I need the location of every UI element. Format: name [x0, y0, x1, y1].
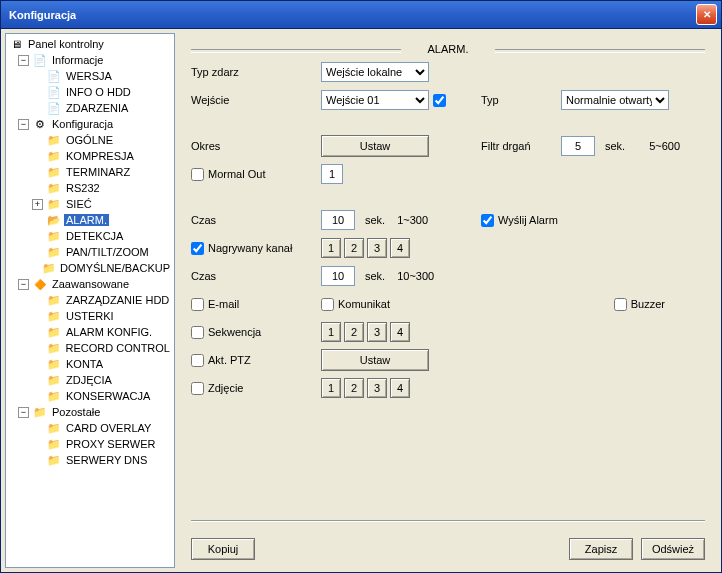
filtr-range: 5~600 — [649, 140, 680, 152]
typ-zdarz-label: Typ zdarz — [191, 66, 321, 78]
zapisz-button[interactable]: Zapisz — [569, 538, 633, 560]
tree-kompresja[interactable]: KOMPRESJA — [8, 148, 172, 164]
monitor-icon — [8, 37, 24, 51]
wejscie-label: Wejście — [191, 94, 321, 106]
mormal-out-checkbox[interactable] — [191, 168, 204, 181]
sekw-ch3-button[interactable]: 3 — [367, 322, 387, 342]
mormal-out-input[interactable] — [321, 164, 343, 184]
toggle-icon[interactable]: + — [32, 199, 43, 210]
window-body: Panel kontrolny − Informacje WERSJA INFO… — [1, 29, 721, 572]
czas1-label: Czas — [191, 214, 321, 226]
zdj-ch1-button[interactable]: 1 — [321, 378, 341, 398]
tree-konta[interactable]: KONTA — [8, 356, 172, 372]
buzzer-check[interactable]: Buzzer — [614, 298, 665, 311]
folder-icon — [46, 133, 62, 147]
sekwencja-checkbox[interactable] — [191, 326, 204, 339]
typ-select[interactable]: Normalnie otwarty — [561, 90, 669, 110]
akt-ptz-checkbox[interactable] — [191, 354, 204, 367]
tree-dns[interactable]: SERWERY DNS — [8, 452, 172, 468]
gear-icon — [32, 117, 48, 131]
nagr-ch1-button[interactable]: 1 — [321, 238, 341, 258]
odswiez-button[interactable]: Odśwież — [641, 538, 705, 560]
email-check[interactable]: E-mail — [191, 298, 321, 311]
folder-icon — [46, 165, 62, 179]
nagr-kanal-check[interactable]: Nagrywany kanał — [191, 242, 321, 255]
zdjecie-checkbox[interactable] — [191, 382, 204, 395]
titlebar: Konfiguracja ✕ — [1, 1, 721, 29]
zdj-ch3-button[interactable]: 3 — [367, 378, 387, 398]
typ-zdarz-select[interactable]: Wejście lokalne — [321, 62, 429, 82]
tree-siec[interactable]: +SIEĆ — [8, 196, 172, 212]
filtr-input[interactable] — [561, 136, 595, 156]
czas2-range: 10~300 — [397, 270, 434, 282]
page-icon — [46, 101, 62, 115]
czas1-unit: sek. — [365, 214, 385, 226]
sekwencja-check[interactable]: Sekwencja — [191, 326, 321, 339]
folder-icon — [46, 229, 62, 243]
wyslij-alarm-check[interactable]: Wyślij Alarm — [481, 214, 561, 227]
nagr-ch3-button[interactable]: 3 — [367, 238, 387, 258]
zdj-ch2-button[interactable]: 2 — [344, 378, 364, 398]
tree-alarm-konfig[interactable]: ALARM KONFIG. — [8, 324, 172, 340]
mormal-out-check[interactable]: Mormal Out — [191, 168, 321, 181]
tree-detekcja[interactable]: DETEKCJA — [8, 228, 172, 244]
toggle-icon[interactable]: − — [18, 279, 29, 290]
kopiuj-button[interactable]: Kopiuj — [191, 538, 255, 560]
close-button[interactable]: ✕ — [696, 4, 717, 25]
typ-label: Typ — [451, 94, 561, 106]
tree-konserwacja[interactable]: KONSERWACJA — [8, 388, 172, 404]
folder-icon — [32, 405, 48, 419]
sekw-ch1-button[interactable]: 1 — [321, 322, 341, 342]
nagr-ch4-button[interactable]: 4 — [390, 238, 410, 258]
tree-ogolne[interactable]: OGÓLNE — [8, 132, 172, 148]
tree-usterki[interactable]: USTERKI — [8, 308, 172, 324]
nagr-ch2-button[interactable]: 2 — [344, 238, 364, 258]
tree-terminarz[interactable]: TERMINARZ — [8, 164, 172, 180]
tree-zdjecia[interactable]: ZDJĘCIA — [8, 372, 172, 388]
komunikat-checkbox[interactable] — [321, 298, 334, 311]
zdjecie-check[interactable]: Zdjęcie — [191, 382, 321, 395]
wejscie-select[interactable]: Wejście 01 — [321, 90, 429, 110]
folder-icon — [46, 341, 62, 355]
tree-card-overlay[interactable]: CARD OVERLAY — [8, 420, 172, 436]
tree-proxy[interactable]: PROXY SERWER — [8, 436, 172, 452]
tree-record-control[interactable]: RECORD CONTROL — [8, 340, 172, 356]
footer-buttons: Kopiuj Zapisz Odśwież — [191, 534, 705, 560]
tree-panel[interactable]: Panel kontrolny − Informacje WERSJA INFO… — [5, 33, 175, 568]
folder-icon — [46, 373, 62, 387]
buzzer-checkbox[interactable] — [614, 298, 627, 311]
sekw-ch4-button[interactable]: 4 — [390, 322, 410, 342]
tree-zarz-hdd[interactable]: ZARZĄDZANIE HDD — [8, 292, 172, 308]
toggle-icon[interactable]: − — [18, 55, 29, 66]
tree-zaawansowane[interactable]: − Zaawansowane — [8, 276, 172, 292]
nagr-kanal-checkbox[interactable] — [191, 242, 204, 255]
tree-wersja[interactable]: WERSJA — [8, 68, 172, 84]
tree-ptz[interactable]: PAN/TILT/ZOOM — [8, 244, 172, 260]
zdj-ch4-button[interactable]: 4 — [390, 378, 410, 398]
tree-informacje[interactable]: − Informacje — [8, 52, 172, 68]
tree-zdarzenia[interactable]: ZDARZENIA — [8, 100, 172, 116]
tree-rs232[interactable]: RS232 — [8, 180, 172, 196]
czas2-input[interactable] — [321, 266, 355, 286]
tree-pozostale[interactable]: − Pozostałe — [8, 404, 172, 420]
tree-info-hdd[interactable]: INFO O HDD — [8, 84, 172, 100]
czas2-label: Czas — [191, 270, 321, 282]
folder-icon — [46, 453, 62, 467]
folder-icon — [46, 437, 62, 451]
tree-root[interactable]: Panel kontrolny — [8, 36, 172, 52]
komunikat-check[interactable]: Komunikat — [321, 298, 390, 311]
tree-konfiguracja[interactable]: − Konfiguracja — [8, 116, 172, 132]
okres-ustaw-button[interactable]: Ustaw — [321, 135, 429, 157]
akt-ptz-check[interactable]: Akt. PTZ — [191, 354, 321, 367]
ptz-ustaw-button[interactable]: Ustaw — [321, 349, 429, 371]
email-checkbox[interactable] — [191, 298, 204, 311]
sekw-ch2-button[interactable]: 2 — [344, 322, 364, 342]
wyslij-alarm-checkbox[interactable] — [481, 214, 494, 227]
czas1-input[interactable] — [321, 210, 355, 230]
toggle-icon[interactable]: − — [18, 119, 29, 130]
wejscie-enable-checkbox[interactable] — [433, 94, 446, 107]
tree-domyslne[interactable]: DOMYŚLNE/BACKUP — [8, 260, 172, 276]
toggle-icon[interactable]: − — [18, 407, 29, 418]
filtr-unit: sek. — [605, 140, 625, 152]
tree-alarm[interactable]: ALARM. — [8, 212, 172, 228]
